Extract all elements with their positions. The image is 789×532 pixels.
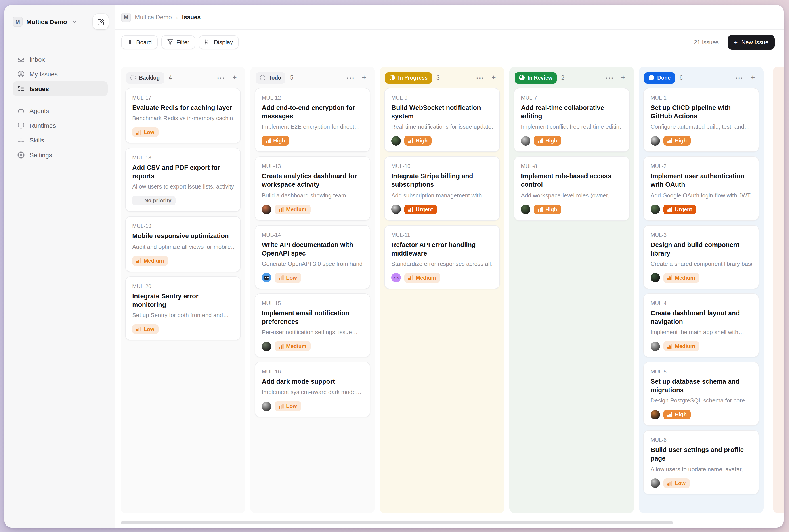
priority-badge[interactable]: Medium bbox=[404, 273, 440, 283]
board-view-button[interactable]: Board bbox=[121, 35, 157, 49]
issue-card[interactable]: MUL-17Evaluate Redis for caching layerBe… bbox=[125, 88, 241, 144]
plus-icon: + bbox=[734, 39, 738, 45]
priority-badge[interactable]: Low bbox=[275, 273, 301, 283]
priority-badge[interactable]: Medium bbox=[663, 273, 699, 283]
assignee-avatar bbox=[391, 136, 401, 146]
priority-badge[interactable]: Low bbox=[132, 324, 158, 334]
column-more-button[interactable]: ··· bbox=[345, 72, 356, 83]
priority-bars-icon bbox=[279, 207, 283, 212]
gear-icon bbox=[17, 151, 24, 158]
priority-badge[interactable]: Low bbox=[275, 401, 301, 411]
issue-card[interactable]: MUL-14Write API documentation with OpenA… bbox=[255, 225, 370, 289]
priority-badge[interactable]: High bbox=[534, 136, 561, 146]
priority-badge[interactable]: Medium bbox=[663, 341, 699, 351]
issue-card[interactable]: MUL-2Implement user authentication with … bbox=[643, 156, 759, 221]
issue-card[interactable]: MUL-16Add dark mode supportImplement sys… bbox=[255, 362, 370, 417]
column-add-button[interactable]: + bbox=[359, 72, 370, 83]
issue-description: Allow users to update name, avatar,… bbox=[651, 466, 752, 472]
issue-card[interactable]: MUL-3Design and build component libraryC… bbox=[643, 225, 759, 289]
priority-label: Medium bbox=[286, 206, 306, 212]
filter-button[interactable]: Filter bbox=[161, 35, 195, 49]
board-column-in-review: In Review2···+MUL-7Add real-time collabo… bbox=[509, 66, 634, 513]
priority-badge[interactable]: Medium bbox=[275, 341, 311, 351]
sidebar-item-inbox[interactable]: Inbox bbox=[13, 52, 108, 66]
sidebar-item-label: Skills bbox=[30, 136, 44, 144]
main-content: M Multica Demo › Issues Board Filter bbox=[115, 5, 784, 528]
board-view-label: Board bbox=[136, 39, 152, 45]
issue-card[interactable]: MUL-20Integrate Sentry error monitoringS… bbox=[125, 276, 241, 340]
issue-description: Standardize error responses across all… bbox=[391, 261, 493, 267]
column-add-button[interactable]: + bbox=[618, 72, 628, 83]
sidebar-item-my-issues[interactable]: My Issues bbox=[13, 66, 108, 81]
priority-badge[interactable]: High bbox=[663, 136, 691, 146]
column-more-button[interactable]: ··· bbox=[216, 72, 226, 83]
breadcrumb-workspace[interactable]: Multica Demo bbox=[135, 14, 172, 21]
priority-badge[interactable]: Medium bbox=[275, 204, 311, 214]
column-status-pill[interactable]: Todo bbox=[256, 72, 286, 83]
issue-card[interactable]: MUL-5Set up database schema and migratio… bbox=[643, 362, 759, 426]
priority-badge[interactable]: High bbox=[663, 410, 691, 420]
issue-card[interactable]: MUL-15Implement email notification prefe… bbox=[255, 293, 370, 358]
sidebar-item-label: Issues bbox=[30, 85, 49, 92]
column-status-pill[interactable]: Done bbox=[644, 72, 675, 83]
issue-card[interactable]: MUL-6Build user settings and profile pag… bbox=[643, 430, 759, 494]
filter-label: Filter bbox=[176, 39, 189, 45]
assignee-avatar bbox=[651, 341, 660, 351]
sidebar-item-issues[interactable]: Issues bbox=[13, 81, 108, 96]
priority-badge[interactable]: Urgent bbox=[663, 204, 696, 214]
funnel-icon bbox=[167, 39, 173, 45]
assignee-avatar: ×_× bbox=[391, 273, 401, 283]
column-status-pill[interactable]: In Progress bbox=[385, 72, 432, 83]
issue-card[interactable]: MUL-11Refactor API error handling middle… bbox=[384, 225, 500, 289]
issue-card[interactable]: MUL-10Integrate Stripe billing and subsc… bbox=[384, 156, 500, 221]
priority-label: Medium bbox=[144, 258, 164, 264]
issue-card[interactable]: MUL-4Create dashboard layout and navigat… bbox=[643, 293, 759, 358]
column-add-button[interactable]: + bbox=[229, 72, 240, 83]
sidebar-item-settings[interactable]: Settings bbox=[13, 147, 108, 162]
issue-title: Refactor API error handling middleware bbox=[391, 241, 493, 258]
column-add-button[interactable]: + bbox=[488, 72, 499, 83]
column-count: 5 bbox=[290, 75, 293, 81]
issue-description: Build a dashboard showing team… bbox=[262, 192, 363, 198]
column-more-button[interactable]: ··· bbox=[734, 72, 745, 83]
column-status-pill[interactable]: Backlog bbox=[126, 72, 164, 83]
column-add-button[interactable]: + bbox=[748, 72, 758, 83]
assignee-avatar bbox=[262, 341, 271, 351]
priority-badge[interactable]: Urgent bbox=[404, 204, 437, 214]
display-label: Display bbox=[214, 39, 233, 45]
column-more-button[interactable]: ··· bbox=[475, 72, 486, 83]
new-issue-button[interactable]: + New Issue bbox=[728, 35, 775, 49]
assignee-avatar bbox=[651, 478, 660, 488]
issue-id: MUL-2 bbox=[651, 163, 752, 170]
column-more-button[interactable]: ··· bbox=[604, 72, 615, 83]
priority-badge[interactable]: —No priority bbox=[132, 196, 175, 206]
display-button[interactable]: Display bbox=[199, 35, 239, 49]
issue-card-footer: Low bbox=[132, 324, 234, 334]
column-status-pill[interactable]: In Review bbox=[515, 72, 557, 83]
issue-card[interactable]: MUL-12Add end-to-end encryption for mess… bbox=[255, 88, 370, 152]
issue-description: Implement conflict-free real-time editin… bbox=[521, 124, 622, 130]
sidebar-item-runtimes[interactable]: Runtimes bbox=[13, 118, 108, 133]
compose-button[interactable] bbox=[93, 14, 109, 30]
issue-card[interactable]: MUL-8Implement role-based access control… bbox=[514, 156, 630, 221]
horizontal-scrollbar-thumb[interactable] bbox=[120, 521, 673, 524]
issue-card[interactable]: MUL-18Add CSV and PDF export for reports… bbox=[125, 148, 241, 212]
priority-badge[interactable]: Low bbox=[663, 478, 690, 488]
assignee-avatar bbox=[262, 205, 271, 214]
priority-bars-icon bbox=[136, 258, 141, 263]
priority-badge[interactable]: Low bbox=[132, 127, 158, 137]
issue-card[interactable]: MUL-19Mobile responsive optimizationAudi… bbox=[125, 216, 241, 272]
issue-card-footer: Medium bbox=[262, 204, 363, 214]
priority-badge[interactable]: High bbox=[534, 204, 561, 214]
issue-card[interactable]: MUL-9Build WebSocket notification system… bbox=[384, 88, 500, 152]
issue-card[interactable]: MUL-13Create analytics dashboard for wor… bbox=[255, 156, 370, 221]
sidebar-item-agents[interactable]: Agents bbox=[13, 103, 108, 118]
priority-badge[interactable]: High bbox=[404, 136, 432, 146]
sidebar-item-skills[interactable]: Skills bbox=[13, 133, 108, 147]
board: Backlog4···+MUL-17Evaluate Redis for cac… bbox=[120, 66, 764, 513]
priority-label: Medium bbox=[416, 275, 436, 281]
issue-card[interactable]: MUL-7Add real-time collaborative editing… bbox=[514, 88, 630, 152]
issue-card[interactable]: MUL-1Set up CI/CD pipeline with GitHub A… bbox=[643, 88, 759, 152]
priority-badge[interactable]: Medium bbox=[132, 256, 168, 266]
priority-badge[interactable]: High bbox=[262, 136, 289, 146]
